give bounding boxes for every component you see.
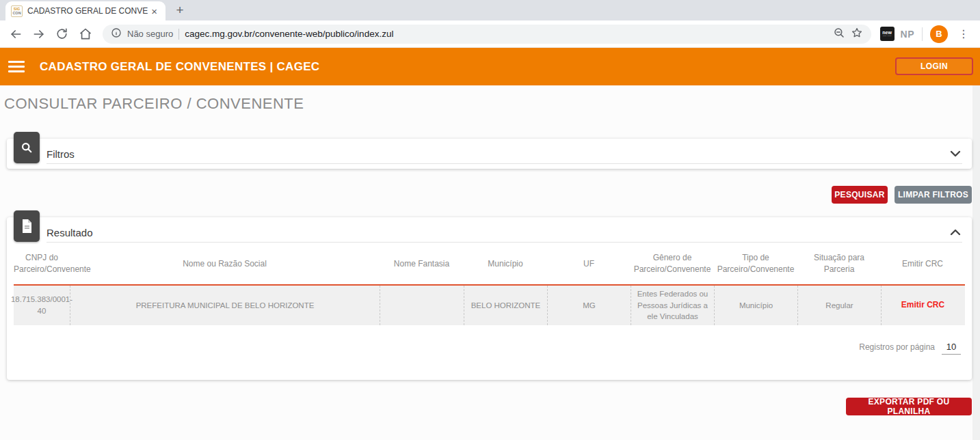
col-header-nome-razao: Nome ou Razão Social — [70, 258, 380, 270]
cell-situacao: Regular — [797, 286, 881, 325]
back-icon[interactable] — [7, 25, 24, 42]
page-title: CONSULTAR PARCEIRO / CONVENENTE — [4, 95, 304, 113]
chevron-down-icon[interactable] — [950, 148, 961, 160]
extension-np-icon[interactable]: NP — [901, 29, 914, 40]
new-tab-button[interactable]: + — [170, 1, 190, 19]
browser-tab-strip: SIG CON CADASTRO GERAL DE CONVE × + — [0, 0, 980, 20]
bookmark-star-icon[interactable] — [851, 27, 863, 42]
filters-divider — [47, 163, 962, 164]
cell-nome-fantasia — [380, 286, 464, 325]
col-header-tipo: Tipo de Parceiro/Convenente — [714, 252, 797, 275]
table-row: 18.715.383/0001-40 PREFEITURA MUNICIPAL … — [14, 286, 965, 325]
login-button[interactable]: LOGIN — [895, 57, 973, 75]
emitir-crc-link[interactable]: Emitir CRC — [901, 299, 944, 311]
address-bar[interactable]: Não seguro cagec.mg.gov.br/convenente-we… — [103, 25, 871, 44]
pagination-label: Registros por página — [859, 342, 935, 352]
col-header-genero: Gênero de Parceiro/Convenente — [631, 252, 714, 275]
cell-municipio: BELO HORIZONTE — [464, 286, 547, 325]
sigcon-favicon-icon: SIG CON — [11, 5, 23, 17]
table-header-row: CNPJ do Parceiro/Convenente Nome ou Razã… — [14, 243, 965, 286]
info-icon[interactable] — [111, 27, 122, 41]
toolbar-divider — [922, 27, 923, 41]
col-header-nome-fantasia: Nome Fantasia — [380, 258, 464, 270]
pesquisar-button[interactable]: PESQUISAR — [832, 186, 888, 204]
filters-panel: Filtros — [7, 139, 972, 169]
results-table: CNPJ do Parceiro/Convenente Nome ou Razã… — [14, 243, 965, 325]
cell-uf: MG — [547, 286, 631, 325]
cell-cnpj: 18.715.383/0001-40 — [14, 286, 70, 325]
browser-toolbar: Não seguro cagec.mg.gov.br/convenente-we… — [0, 20, 980, 48]
col-header-uf: UF — [547, 258, 631, 270]
document-icon — [14, 210, 40, 242]
security-label[interactable]: Não seguro — [127, 29, 173, 39]
scrollbar-track[interactable] — [972, 85, 980, 440]
extension-new-icon[interactable]: new––– ––– — [880, 27, 895, 41]
cell-emitir-crc: Emitir CRC — [881, 286, 964, 325]
reload-icon[interactable] — [53, 25, 70, 42]
browser-tab[interactable]: SIG CON CADASTRO GERAL DE CONVE × — [5, 1, 165, 20]
profile-avatar[interactable]: B — [930, 25, 948, 43]
zoom-out-icon[interactable] — [833, 27, 845, 42]
chrome-menu-icon[interactable]: ⋮ — [954, 27, 973, 40]
url-text[interactable]: cagec.mg.gov.br/convenente-web/publico/i… — [185, 29, 827, 39]
omnibox-divider — [178, 29, 179, 40]
home-icon[interactable] — [77, 25, 94, 42]
tab-title: CADASTRO GERAL DE CONVE — [27, 6, 148, 16]
app-title: CADASTRO GERAL DE CONVENENTES | CAGEC — [40, 60, 319, 74]
hamburger-menu-icon[interactable] — [8, 60, 25, 74]
col-header-cnpj: CNPJ do Parceiro/Convenente — [14, 252, 70, 275]
page-size-input[interactable]: 10 — [942, 342, 961, 355]
results-panel: Resultado CNPJ do Parceiro/Convenente No… — [7, 217, 972, 380]
col-header-situacao: Situação para Parceria — [797, 252, 881, 275]
results-divider — [47, 242, 962, 243]
forward-icon[interactable] — [30, 25, 47, 42]
cell-tipo: Município — [714, 286, 797, 325]
export-button[interactable]: EXPORTAR PDF OU PLANILHA — [846, 398, 972, 415]
results-title: Resultado — [47, 227, 93, 238]
limpar-filtros-button[interactable]: LIMPAR FILTROS — [895, 186, 972, 204]
search-icon — [14, 132, 40, 163]
app-header: CADASTRO GERAL DE CONVENENTES | CAGEC LO… — [0, 48, 980, 85]
pagination: Registros por página 10 — [859, 342, 961, 355]
tab-close-icon[interactable]: × — [148, 5, 160, 18]
page-content: CONSULTAR PARCEIRO / CONVENENTE Filtros … — [0, 85, 980, 440]
cell-nome-razao: PREFEITURA MUNICIPAL DE BELO HORIZONTE — [70, 286, 380, 325]
cell-genero: Entes Federados ou Pessoas Jurídicas a e… — [631, 286, 714, 325]
col-header-emitir-crc: Emitir CRC — [881, 258, 964, 270]
filters-title: Filtros — [47, 148, 75, 160]
col-header-municipio: Município — [464, 258, 547, 270]
chevron-up-icon[interactable] — [950, 226, 961, 238]
